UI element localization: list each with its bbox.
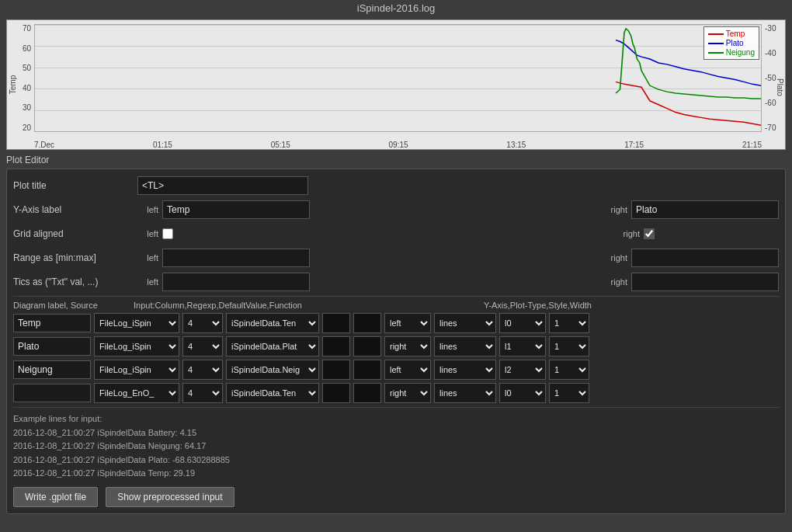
diag-col-neigung[interactable]: 4 [182, 360, 223, 380]
legend-color-temp [708, 33, 724, 35]
y-axis-right-label: Plato [776, 78, 784, 96]
range-left-input[interactable] [162, 249, 310, 267]
diag-header-label1: Diagram label, Source [13, 301, 134, 310]
tics-left-side-label: left [137, 277, 162, 287]
diagram-row-2: FileLog_iSpin 4 iSpindelData.Plat left r… [13, 336, 779, 356]
grid-right-checkbox[interactable] [644, 228, 655, 239]
diag-style-4[interactable]: l0 [499, 383, 546, 403]
chart-svg [35, 25, 761, 131]
diag-axis-neigung[interactable]: left right [384, 360, 431, 380]
diag-color2-4[interactable] [353, 383, 381, 403]
diag-type-neigung[interactable]: lines [434, 360, 496, 380]
diag-color2-neigung[interactable] [353, 360, 381, 380]
y-axis-left-input[interactable] [162, 200, 310, 219]
diag-name-temp[interactable] [13, 314, 91, 332]
bottom-buttons: Write .gplot file Show preprocessed inpu… [13, 487, 779, 507]
range-right-side-label: right [606, 253, 631, 263]
diag-source-neigung[interactable]: FileLog_iSpin [94, 360, 179, 380]
diag-style-temp[interactable]: l0 [499, 313, 546, 333]
plot-title-label: Plot title [13, 180, 137, 191]
diag-header-label2: Input:Column,Regexp,DefaultValue,Functio… [134, 301, 484, 310]
diag-col-plato[interactable]: 4 [182, 336, 223, 356]
diagram-row-1: FileLog_iSpin 4 iSpindelData.Ten left ri… [13, 313, 779, 333]
diagram-row-3: FileLog_iSpin 4 iSpindelData.Neig left r… [13, 360, 779, 380]
grid-right-side-label: right [619, 229, 644, 238]
diag-type-4[interactable]: lines [434, 383, 496, 403]
chart-title: iSpindel-2016.log [0, 0, 792, 16]
diag-color2-temp[interactable] [353, 313, 381, 333]
range-left-side-label: left [137, 253, 162, 263]
tics-right-input[interactable] [631, 273, 779, 291]
legend-label-plato: Plato [726, 39, 744, 47]
grid-line [35, 131, 761, 132]
diag-width-temp[interactable]: 1 [549, 313, 589, 333]
divider [13, 296, 779, 297]
diag-data-neigung[interactable]: iSpindelData.Neig [226, 360, 319, 380]
diag-name-neigung[interactable] [13, 360, 91, 379]
legend-item-neigung: Neigung [708, 48, 755, 57]
diag-style-plato[interactable]: l1 [499, 336, 546, 356]
diag-color1-plato[interactable] [322, 336, 350, 356]
diag-header-label3: Y-Axis,Plot-Type,Style,Width [484, 301, 779, 310]
diag-style-neigung[interactable]: l2 [499, 360, 546, 380]
grid-left-side-label: left [137, 229, 162, 238]
plot-editor-label: Plot Editor [0, 151, 792, 169]
example-header: Example lines for input: [13, 412, 779, 426]
y-axis-label-row: Y-Axis label left right [13, 200, 779, 220]
plot-title-row: Plot title [13, 176, 779, 196]
chart-plot-area: Temp Plato Neigung [34, 24, 762, 132]
example-line-3: 2016-12-08_21:00:27 iSpindelData Plato: … [13, 454, 779, 468]
grid-left-checkbox[interactable] [162, 228, 173, 239]
diag-type-temp[interactable]: lines [434, 313, 496, 333]
diag-type-plato[interactable]: lines [434, 336, 496, 356]
y-axis-left-side-label: left [137, 205, 162, 214]
y-axis-left-label: Temp [9, 75, 17, 94]
diag-source-4[interactable]: FileLog_EnO_ [94, 383, 179, 403]
diagram-section-header: Diagram label, Source Input:Column,Regex… [13, 301, 779, 310]
diag-color1-neigung[interactable] [322, 360, 350, 380]
editor-panel: Plot title Y-Axis label left right Grid … [6, 169, 786, 514]
example-section: Example lines for input: 2016-12-08_21:0… [13, 412, 779, 481]
y-axis-right-input[interactable] [631, 200, 779, 219]
diag-data-plato[interactable]: iSpindelData.Plat [226, 336, 319, 356]
plot-title-input[interactable] [137, 176, 308, 195]
diag-col-temp[interactable]: 4 [182, 313, 223, 333]
diag-color1-temp[interactable] [322, 313, 350, 333]
diag-data-4[interactable]: iSpindelData.Ten [226, 383, 319, 403]
diag-col-4[interactable]: 4 [182, 383, 223, 403]
range-label: Range as [min:max] [13, 252, 137, 263]
diag-width-neigung[interactable]: 1 [549, 360, 589, 380]
diag-axis-4[interactable]: left right [384, 383, 431, 403]
chart-container: 70 60 50 40 30 20 Temp Temp [6, 19, 786, 150]
example-line-1: 2016-12-08_21:00:27 iSpindelData Battery… [13, 426, 779, 440]
diag-source-plato[interactable]: FileLog_iSpin [94, 336, 179, 356]
diag-name-plato[interactable] [13, 337, 91, 356]
tics-right-side-label: right [606, 277, 631, 287]
legend-label-temp: Temp [726, 30, 745, 38]
diag-color1-4[interactable] [322, 383, 350, 403]
diag-name-4[interactable] [13, 384, 91, 402]
diag-source-temp[interactable]: FileLog_iSpin [94, 313, 179, 333]
grid-aligned-row: Grid aligned left right [13, 224, 779, 244]
tics-row: Tics as ("Txt" val, ...) left right [13, 272, 779, 292]
divider-2 [13, 407, 779, 408]
diag-axis-temp[interactable]: left right [384, 313, 431, 333]
diag-width-4[interactable]: 1 [549, 383, 589, 403]
example-line-2: 2016-12-08_21:00:27 iSpindelData Neigung… [13, 440, 779, 454]
diag-axis-plato[interactable]: left right [384, 336, 431, 356]
diag-width-plato[interactable]: 1 [549, 336, 589, 356]
chart-legend: Temp Plato Neigung [703, 26, 759, 60]
legend-item-temp: Temp [708, 30, 755, 38]
range-row: Range as [min:max] left right [13, 248, 779, 268]
show-preprocessed-button[interactable]: Show preprocessed input [106, 487, 234, 507]
legend-item-plato: Plato [708, 39, 755, 47]
legend-label-neigung: Neigung [726, 48, 755, 57]
y-axis-field-label: Y-Axis label [13, 204, 137, 215]
tics-left-input[interactable] [162, 273, 310, 291]
legend-color-plato [708, 43, 724, 44]
write-gplot-button[interactable]: Write .gplot file [13, 487, 98, 507]
diag-data-temp[interactable]: iSpindelData.Ten [226, 313, 319, 333]
range-right-input[interactable] [631, 249, 779, 267]
diag-color2-plato[interactable] [353, 336, 381, 356]
x-axis-labels: 7.Dec 01:15 05:15 09:15 13:15 17:15 21:1… [34, 141, 762, 149]
